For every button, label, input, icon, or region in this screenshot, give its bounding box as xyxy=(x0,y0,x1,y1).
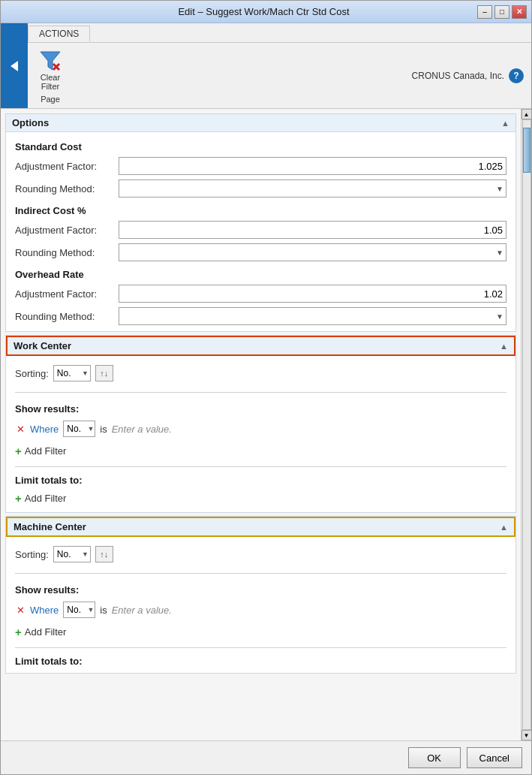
overhead-rate-adj-factor-row: Adjustment Factor: xyxy=(15,285,506,303)
work-center-limit-add-filter-label: Add Filter xyxy=(25,493,67,504)
machine-center-filter-value[interactable]: Enter a value. xyxy=(112,605,172,616)
indirect-cost-adj-factor-row: Adjustment Factor: xyxy=(15,221,506,239)
machine-center-filter-field-select[interactable]: No. xyxy=(63,602,95,618)
work-center-where-link[interactable]: Where xyxy=(30,424,59,435)
help-button[interactable]: ? xyxy=(509,68,524,83)
options-section-body: Standard Cost Adjustment Factor: Roundin… xyxy=(6,132,515,331)
nav-arrow-icon xyxy=(11,61,18,71)
work-center-filter-delete-button[interactable]: ✕ xyxy=(15,424,26,435)
overhead-rate-rounding-row: Rounding Method: ▼ xyxy=(15,307,506,325)
work-center-filter-row: ✕ Where No. ▼ is Enter a value. xyxy=(15,419,506,439)
indirect-cost-rounding-select[interactable] xyxy=(119,243,506,261)
work-center-filter-field-select[interactable]: No. xyxy=(63,421,95,437)
work-center-section-header[interactable]: Work Center ▲ xyxy=(6,336,515,356)
add-filter-plus-icon: + xyxy=(15,445,22,457)
minimize-button[interactable]: – xyxy=(477,5,492,19)
standard-cost-rounding-row: Rounding Method: ▼ xyxy=(15,179,506,198)
work-center-chevron-icon: ▲ xyxy=(500,342,508,351)
company-name: CRONUS Canada, Inc. xyxy=(412,71,504,81)
machine-center-where-link[interactable]: Where xyxy=(30,605,59,616)
work-center-section-title: Work Center xyxy=(14,340,71,351)
options-section-title: Options xyxy=(12,117,49,128)
machine-center-filter-row: ✕ Where No. ▼ is Enter a value. xyxy=(15,600,506,620)
overhead-rate-rounding-select[interactable] xyxy=(119,307,506,325)
overhead-rate-adj-input[interactable] xyxy=(119,285,506,303)
work-center-filter-is-label: is xyxy=(100,424,107,435)
work-center-show-results-label: Show results: xyxy=(15,403,506,415)
window-title: Edit – Suggest Work/Mach Ctr Std Cost xyxy=(50,6,477,17)
work-center-add-filter-button[interactable]: + Add Filter xyxy=(15,443,506,459)
machine-center-section: Machine Center ▲ Sorting: No. ▼ ↑↓ xyxy=(5,516,516,674)
work-center-section: Work Center ▲ Sorting: No. ▼ ↑↓ xyxy=(5,335,516,513)
tab-actions[interactable]: ACTIONS xyxy=(28,26,90,42)
work-center-sort-label: Sorting: xyxy=(15,368,49,379)
options-section: Options ▲ Standard Cost Adjustment Facto… xyxy=(5,113,516,332)
machine-center-limit-divider xyxy=(15,647,506,648)
work-center-sort-row: Sorting: No. ▼ ↑↓ xyxy=(15,362,506,384)
machine-sort-direction-icon: ↑↓ xyxy=(100,550,108,559)
work-center-sort-direction-button[interactable]: ↑↓ xyxy=(95,365,113,381)
scroll-up-button[interactable]: ▲ xyxy=(521,109,532,119)
work-center-filter-value[interactable]: Enter a value. xyxy=(112,424,172,435)
filter-icon xyxy=(38,49,62,73)
machine-center-sort-direction-button[interactable]: ↑↓ xyxy=(95,546,113,562)
ribbon-tab-area: ACTIONS ClearFilter xyxy=(28,23,531,108)
machine-center-section-header[interactable]: Machine Center ▲ xyxy=(6,517,515,537)
window-controls: – □ ✕ xyxy=(477,5,527,19)
bottom-bar: OK Cancel xyxy=(1,740,531,774)
ribbon: ACTIONS ClearFilter xyxy=(1,23,531,109)
machine-center-sort-select[interactable]: No. xyxy=(53,546,91,562)
indirect-cost-adj-input[interactable] xyxy=(119,221,506,239)
machine-center-chevron-icon: ▲ xyxy=(500,523,508,532)
company-info: CRONUS Canada, Inc. ? xyxy=(412,68,524,83)
machine-center-sort-label: Sorting: xyxy=(15,549,49,560)
clear-filter-button[interactable]: ClearFilter xyxy=(35,47,65,92)
work-center-divider xyxy=(15,392,506,393)
machine-center-add-plus-icon: + xyxy=(15,626,22,638)
sort-direction-icon: ↑↓ xyxy=(100,369,108,378)
scrollbar[interactable]: ▲ ▼ xyxy=(521,109,531,740)
machine-center-section-title: Machine Center xyxy=(14,521,86,532)
page-label: Page xyxy=(41,95,60,104)
scroll-down-button[interactable]: ▼ xyxy=(521,730,532,740)
indirect-cost-rounding-wrapper: ▼ xyxy=(119,243,506,261)
standard-cost-rounding-select[interactable] xyxy=(119,179,506,198)
options-section-header[interactable]: Options ▲ xyxy=(6,114,515,132)
close-button[interactable]: ✕ xyxy=(512,5,527,19)
standard-cost-adj-input[interactable] xyxy=(119,157,506,175)
indirect-cost-rounding-row: Rounding Method: ▼ xyxy=(15,243,506,261)
machine-center-filter-field-wrapper: No. ▼ xyxy=(63,602,95,618)
work-center-sort-select-wrapper: No. ▼ xyxy=(53,365,91,381)
standard-cost-rounding-label: Rounding Method: xyxy=(15,183,113,195)
machine-center-filter-delete-button[interactable]: ✕ xyxy=(15,605,26,616)
machine-center-limit-totals-label: Limit totals to: xyxy=(15,656,506,667)
work-center-section-body: Sorting: No. ▼ ↑↓ Show results: xyxy=(6,356,515,512)
work-center-sort-select[interactable]: No. xyxy=(53,365,91,381)
scroll-thumb[interactable] xyxy=(523,128,530,173)
machine-center-sort-row: Sorting: No. ▼ ↑↓ xyxy=(15,543,506,565)
overhead-rate-rounding-label: Rounding Method: xyxy=(15,311,113,322)
main-window: Edit – Suggest Work/Mach Ctr Std Cost – … xyxy=(0,0,532,775)
machine-center-filter-is-label: is xyxy=(100,605,107,616)
machine-center-add-filter-button[interactable]: + Add Filter xyxy=(15,624,506,640)
options-chevron-icon: ▲ xyxy=(501,119,509,128)
machine-center-add-filter-label: Add Filter xyxy=(25,626,67,638)
scroll-track[interactable] xyxy=(522,119,531,730)
work-center-limit-add-filter-button[interactable]: + Add Filter xyxy=(15,490,506,506)
standard-cost-rounding-wrapper: ▼ xyxy=(119,179,506,198)
machine-center-divider xyxy=(15,573,506,574)
ribbon-nav-button[interactable] xyxy=(1,23,28,108)
work-center-add-filter-label: Add Filter xyxy=(25,445,67,457)
maximize-button[interactable]: □ xyxy=(494,5,509,19)
indirect-cost-rounding-label: Rounding Method: xyxy=(15,247,113,258)
work-center-limit-totals-label: Limit totals to: xyxy=(15,475,506,486)
cancel-button[interactable]: Cancel xyxy=(467,747,522,768)
ribbon-content: ClearFilter Page CRONUS Canada, Inc. ? xyxy=(28,43,531,108)
clear-filter-label: ClearFilter xyxy=(41,73,60,91)
ok-button[interactable]: OK xyxy=(408,747,461,768)
machine-center-sort-select-wrapper: No. ▼ xyxy=(53,546,91,562)
work-center-limit-divider xyxy=(15,466,506,467)
machine-center-section-body: Sorting: No. ▼ ↑↓ Show results: xyxy=(6,537,515,673)
indirect-cost-adj-label: Adjustment Factor: xyxy=(15,225,113,236)
work-center-limit-add-plus-icon: + xyxy=(15,492,22,505)
